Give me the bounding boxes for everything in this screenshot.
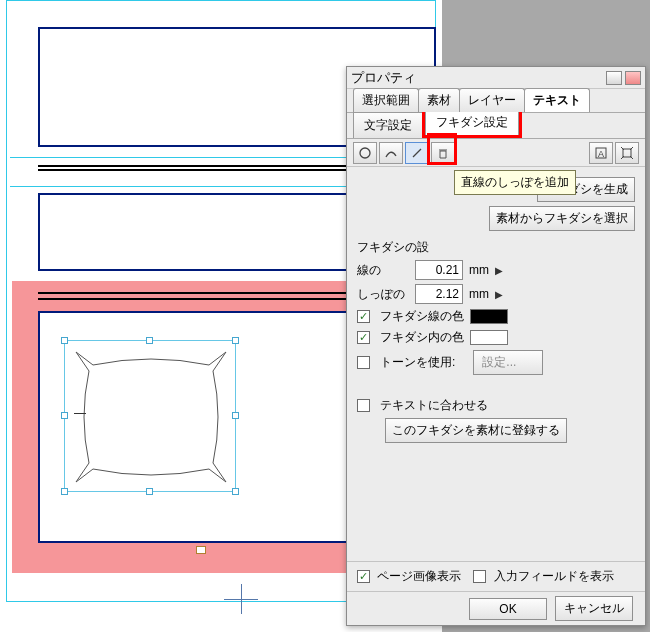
panel-footer: OK キャンセル [347, 591, 645, 625]
panel-title: プロパティ [351, 69, 603, 87]
close-button[interactable] [625, 71, 641, 85]
svg-text:A: A [598, 149, 604, 159]
svg-rect-4 [623, 149, 631, 157]
panel-bottom-options: ページ画像表示 入力フィールドを表示 [347, 561, 645, 591]
resize-handle-bl[interactable] [61, 488, 68, 495]
select-from-material-button[interactable]: 素材からフキダシを選択 [489, 206, 635, 231]
minimize-button[interactable] [606, 71, 622, 85]
line-width-row: 線の 0.21 mm ▶ [357, 260, 635, 280]
use-tone-label: トーンを使用: [380, 354, 455, 371]
unit-label: mm [469, 287, 489, 301]
tail-width-input[interactable]: 2.12 [415, 284, 463, 304]
fill-color-checkbox[interactable] [357, 331, 370, 344]
line-color-row: フキダシ線の色 [357, 308, 635, 325]
fukidashi-toolbar: A [347, 139, 645, 167]
spinner-icon[interactable]: ▶ [495, 289, 503, 300]
panel-titlebar[interactable]: プロパティ [347, 67, 645, 89]
text-cursor-indicator [74, 413, 86, 414]
speech-bubble-bbox[interactable] [64, 340, 236, 492]
tail-width-label: しっぽの [357, 286, 409, 303]
spinner-icon[interactable]: ▶ [495, 265, 503, 276]
subtab-fukidashi-settings[interactable]: フキダシ設定 [425, 109, 519, 135]
line-color-label: フキダシ線の色 [380, 308, 464, 325]
panel-body: フキダシを生成 素材からフキダシを選択 フキダシの設 線の 0.21 mm ▶ … [347, 167, 645, 443]
fill-color-label: フキダシ内の色 [380, 329, 464, 346]
fill-color-row: フキダシ内の色 [357, 329, 635, 346]
panel-tabs: 選択範囲 素材 レイヤー テキスト [347, 89, 645, 113]
svg-point-0 [360, 148, 370, 158]
resize-handle-tl[interactable] [61, 337, 68, 344]
resize-handle-br[interactable] [232, 488, 239, 495]
fill-color-swatch[interactable] [470, 330, 508, 345]
delete-tail-tool[interactable] [431, 142, 455, 164]
use-tone-row: トーンを使用: 設定... [357, 350, 635, 375]
fukidashi-section-header: フキダシの設 [357, 239, 635, 256]
speech-bubble-shape[interactable] [71, 347, 231, 487]
page-handle[interactable] [196, 546, 206, 554]
cancel-button[interactable]: キャンセル [555, 596, 633, 621]
tab-text[interactable]: テキスト [524, 88, 590, 112]
register-material-button[interactable]: このフキダシを素材に登録する [385, 418, 567, 443]
line-color-swatch[interactable] [470, 309, 508, 324]
fit-text-checkbox[interactable] [357, 399, 370, 412]
show-input-fields-checkbox[interactable] [473, 570, 486, 583]
tab-material[interactable]: 素材 [418, 88, 460, 112]
ok-button[interactable]: OK [469, 598, 547, 620]
show-input-fields-label: 入力フィールドを表示 [494, 569, 614, 583]
resize-handle-ml[interactable] [61, 412, 68, 419]
panel-subtabs: 文字設定 フキダシ設定 [347, 113, 645, 139]
resize-handle-tc[interactable] [146, 337, 153, 344]
show-page-image-label: ページ画像表示 [377, 569, 461, 583]
tail-width-row: しっぽの 2.12 mm ▶ [357, 284, 635, 304]
line-width-input[interactable]: 0.21 [415, 260, 463, 280]
resize-handle-mr[interactable] [232, 412, 239, 419]
fit-tool[interactable] [615, 142, 639, 164]
unit-label: mm [469, 263, 489, 277]
text-frame-tool[interactable]: A [589, 142, 613, 164]
line-width-label: 線の [357, 262, 409, 279]
svg-line-1 [413, 149, 421, 157]
line-color-checkbox[interactable] [357, 310, 370, 323]
tail-round-tool[interactable] [353, 142, 377, 164]
crosshair [241, 584, 242, 614]
properties-panel: プロパティ 選択範囲 素材 レイヤー テキスト 文字設定 フキダシ設定 A [346, 66, 646, 626]
subtab-char-settings[interactable]: 文字設定 [353, 112, 423, 138]
tail-curve-tool[interactable] [379, 142, 403, 164]
use-tone-checkbox[interactable] [357, 356, 370, 369]
resize-handle-tr[interactable] [232, 337, 239, 344]
tab-selection[interactable]: 選択範囲 [353, 88, 419, 112]
show-page-image-checkbox[interactable] [357, 570, 370, 583]
tone-settings-button[interactable]: 設定... [473, 350, 543, 375]
fit-text-row: テキストに合わせる [357, 397, 635, 414]
tail-line-tool[interactable] [405, 142, 429, 164]
tab-layer[interactable]: レイヤー [459, 88, 525, 112]
tooltip: 直線のしっぽを追加 [454, 170, 576, 195]
resize-handle-bc[interactable] [146, 488, 153, 495]
fit-text-label: テキストに合わせる [380, 397, 488, 414]
